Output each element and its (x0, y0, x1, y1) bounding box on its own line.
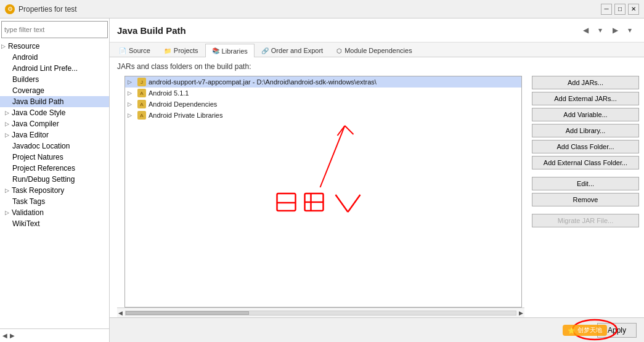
tab-projects[interactable]: 📁 Projects (157, 44, 205, 57)
sidebar-item-coverage[interactable]: Coverage (0, 85, 109, 96)
tab-libraries[interactable]: 📚 Libraries (205, 44, 255, 57)
title-bar: ⚙ Properties for test ─ □ ✕ (0, 0, 644, 18)
sidebar-tree: ▷ Resource Android Android Lint Prefe...… (0, 41, 109, 328)
lib-icon: A (137, 89, 146, 97)
expand-icon: ▷ (5, 121, 9, 127)
sidebar-item-java-compiler[interactable]: ▷ Java Compiler (0, 118, 109, 129)
sidebar-item-label: Android Lint Prefe... (12, 64, 78, 73)
add-external-class-folder-button[interactable]: Add External Class Folder... (532, 156, 639, 169)
expand-icon: ▷ (5, 210, 9, 216)
library-label: Android Private Libraries (149, 112, 222, 119)
sidebar-item-label: WikiText (12, 219, 40, 228)
svg-line-2 (345, 126, 354, 134)
svg-line-9 (348, 195, 361, 212)
minimize-button[interactable]: ─ (601, 4, 612, 15)
sidebar-item-task-repository[interactable]: ▷ Task Repository (0, 185, 109, 196)
expand-icon: ▷ (5, 110, 9, 116)
expand-icon: ▷ (5, 132, 9, 138)
library-label: Android Dependencies (149, 100, 217, 108)
sidebar-item-task-tags[interactable]: Task Tags (0, 196, 109, 207)
panel-back-dropdown[interactable]: ▾ (593, 23, 607, 37)
sidebar-item-wikitext[interactable]: WikiText (0, 218, 109, 229)
scroll-track[interactable] (125, 311, 516, 316)
horizontal-scrollbar[interactable]: ◀ ▶ (117, 307, 524, 317)
expand-icon: ▷ (5, 187, 9, 193)
tab-projects-label: Projects (174, 47, 198, 54)
sidebar-item-label: Java Code Style (12, 108, 65, 117)
tab-source[interactable]: 📄 Source (112, 44, 157, 57)
expand-icon: ▷ (1, 43, 6, 49)
tab-module-dependencies[interactable]: ⬡ Module Dependencies (330, 44, 418, 57)
sidebar-item-validation[interactable]: ▷ Validation (0, 207, 109, 218)
expand-icon: ▷ (128, 112, 135, 118)
sidebar-item-java-code-style[interactable]: ▷ Java Code Style (0, 107, 109, 118)
sidebar-item-builders[interactable]: Builders (0, 74, 109, 85)
library-row[interactable]: ▷ A Android Private Libraries (125, 110, 521, 121)
tab-source-label: Source (129, 47, 150, 54)
sidebar-item-label: Project Natures (12, 153, 63, 161)
close-button[interactable]: ✕ (628, 4, 639, 15)
add-variable-button[interactable]: Add Variable... (532, 108, 639, 121)
svg-rect-5 (305, 193, 324, 211)
sidebar: ▷ Resource Android Android Lint Prefe...… (0, 18, 110, 342)
remove-button[interactable]: Remove (532, 193, 639, 206)
window-controls: ─ □ ✕ (601, 4, 639, 15)
libraries-tab-icon: 📚 (212, 47, 219, 54)
sidebar-item-label: Java Editor (12, 131, 49, 139)
lib-icon: A (137, 100, 146, 108)
migrate-jar-button[interactable]: Migrate JAR File... (532, 214, 639, 227)
scroll-thumb[interactable] (126, 311, 249, 315)
sidebar-item-project-natures[interactable]: Project Natures (0, 152, 109, 163)
panel-back-button[interactable]: ◀ (579, 23, 592, 37)
add-class-folder-button[interactable]: Add Class Folder... (532, 140, 639, 153)
sidebar-item-label: Javadoc Location (12, 142, 70, 150)
expand-icon: ▷ (128, 79, 135, 85)
svg-rect-3 (277, 193, 296, 211)
library-row[interactable]: ▷ J android-support-v7-appcompat.jar - D… (125, 76, 521, 88)
sidebar-item-run-debug[interactable]: Run/Debug Setting (0, 174, 109, 185)
sidebar-item-javadoc-location[interactable]: Javadoc Location (0, 140, 109, 152)
edit-button[interactable]: Edit... (532, 177, 639, 190)
content-description: JARs and class folders on the build path… (110, 57, 644, 76)
panel-nav: ◀ ▾ ▶ ▾ (579, 23, 637, 37)
scroll-right-button[interactable]: ▶ (519, 310, 523, 316)
expand-icon: ▷ (128, 90, 135, 96)
right-panel: Java Build Path ◀ ▾ ▶ ▾ 📄 Source 📁 Proje… (110, 18, 644, 342)
library-label: android-support-v7-appcompat.jar - D:\An… (149, 78, 377, 86)
source-tab-icon: 📄 (119, 47, 126, 54)
sidebar-item-label: Java Build Path (12, 97, 63, 106)
sidebar-item-resource[interactable]: ▷ Resource (0, 41, 109, 52)
maximize-button[interactable]: □ (614, 4, 626, 15)
sidebar-item-label: Validation (12, 208, 44, 217)
sidebar-back-button[interactable]: ◀ (2, 332, 7, 339)
sidebar-item-android[interactable]: Android (0, 52, 109, 63)
tab-order-export[interactable]: 🔗 Order and Export (255, 44, 330, 57)
window-title: Properties for test (18, 5, 77, 14)
tab-module-dep-label: Module Dependencies (344, 47, 412, 54)
sidebar-forward-button[interactable]: ▶ (10, 332, 15, 339)
scroll-left-button[interactable]: ◀ (118, 310, 123, 316)
panel-forward-button[interactable]: ▶ (608, 23, 622, 37)
tab-libraries-label: Libraries (222, 47, 248, 55)
sidebar-item-android-lint[interactable]: Android Lint Prefe... (0, 63, 109, 74)
filter-input[interactable] (1, 21, 108, 38)
sidebar-item-label: Task Repository (12, 186, 64, 195)
sidebar-item-java-editor[interactable]: ▷ Java Editor (0, 129, 109, 140)
library-label: Android 5.1.1 (149, 89, 189, 97)
sidebar-item-label: Project References (12, 164, 75, 173)
library-row[interactable]: ▷ A Android 5.1.1 (125, 88, 521, 99)
sidebar-item-java-build-path[interactable]: Java Build Path (0, 96, 109, 107)
library-row[interactable]: ▷ A Android Dependencies (125, 99, 521, 110)
add-library-button[interactable]: Add Library... (532, 124, 639, 137)
jar-icon: J (137, 78, 146, 86)
add-jars-button[interactable]: Add JARs... (532, 76, 639, 89)
panel-title: Java Build Path (117, 25, 186, 36)
module-dep-tab-icon: ⬡ (336, 47, 342, 54)
sidebar-item-label: Task Tags (12, 197, 45, 206)
projects-tab-icon: 📁 (164, 47, 171, 54)
libs-area: ▷ J android-support-v7-appcompat.jar - D… (110, 76, 644, 317)
add-external-jars-button[interactable]: Add External JARs... (532, 92, 639, 105)
sidebar-item-project-references[interactable]: Project References (0, 163, 109, 174)
sidebar-item-label: Run/Debug Setting (12, 175, 75, 184)
panel-forward-dropdown[interactable]: ▾ (623, 23, 637, 37)
